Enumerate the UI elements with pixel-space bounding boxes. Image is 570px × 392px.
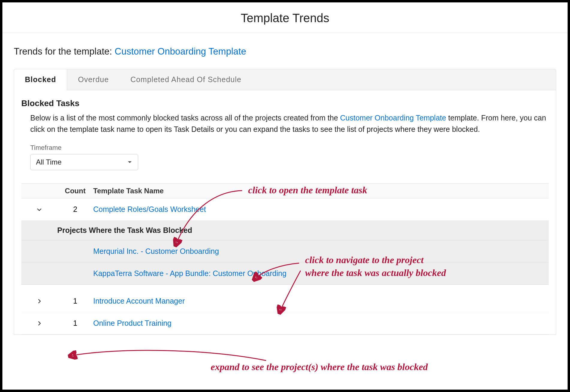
expanded-projects: Projects Where the Task Was Blocked Merq… <box>21 221 549 285</box>
projects-header-text: Projects Where the Task Was Blocked <box>57 226 549 235</box>
tab-overdue[interactable]: Overdue <box>67 69 120 90</box>
tasks-table: Count Template Task Name 2 Complete Role… <box>21 183 549 334</box>
chevron-down-icon <box>127 159 132 165</box>
timeframe-select[interactable]: All Time <box>30 154 138 170</box>
tab-blocked[interactable]: Blocked <box>14 69 67 90</box>
desc-before: Below is a list of the most commonly blo… <box>30 114 340 122</box>
expand-toggle[interactable] <box>21 298 57 304</box>
desc-template-link[interactable]: Customer Onboarding Template <box>340 114 446 122</box>
row-count: 2 <box>57 205 93 214</box>
project-row: Merqurial Inc. - Customer Onboarding <box>21 240 549 262</box>
expand-toggle[interactable] <box>21 320 57 327</box>
panel-blocked: Blocked Tasks Below is a list of the mos… <box>14 90 556 335</box>
project-row: KappaTerra Software - App Bundle: Custom… <box>21 262 549 284</box>
col-count: Count <box>57 187 93 195</box>
task-link[interactable]: Online Product Training <box>93 319 549 328</box>
tab-completed-ahead[interactable]: Completed Ahead Of Schedule <box>120 69 252 90</box>
task-link[interactable]: Introduce Account Manager <box>93 297 549 305</box>
section-description: Below is a list of the most commonly blo… <box>21 111 549 135</box>
row-count: 1 <box>57 297 93 305</box>
chevron-right-icon <box>36 320 43 327</box>
row-count: 1 <box>57 319 93 328</box>
page-title: Template Trends <box>2 2 568 33</box>
timeframe-value: All Time <box>36 158 61 166</box>
project-link[interactable]: KappaTerra Software - App Bundle: Custom… <box>93 269 549 278</box>
table-row: 2 Complete Roles/Goals Worksheet <box>21 198 549 221</box>
chevron-right-icon <box>36 298 43 304</box>
chevron-down-icon <box>36 206 43 213</box>
table-header: Count Template Task Name <box>21 184 549 198</box>
timeframe-label: Timeframe <box>21 135 549 154</box>
project-link[interactable]: Merqurial Inc. - Customer Onboarding <box>93 247 549 256</box>
breadcrumb: Trends for the template: Customer Onboar… <box>2 33 568 57</box>
table-row: 1 Introduce Account Manager <box>21 285 549 312</box>
tabs: Blocked Overdue Completed Ahead Of Sched… <box>14 69 556 90</box>
collapse-toggle[interactable] <box>21 206 57 213</box>
projects-header: Projects Where the Task Was Blocked <box>21 226 549 240</box>
annotation-text: expand to see the project(s) where the t… <box>211 361 428 373</box>
section-title: Blocked Tasks <box>21 96 549 111</box>
task-link[interactable]: Complete Roles/Goals Worksheet <box>93 205 549 214</box>
col-task-name: Template Task Name <box>93 187 549 195</box>
trends-prefix: Trends for the template: <box>14 46 115 57</box>
template-link[interactable]: Customer Onboarding Template <box>115 46 246 57</box>
table-row: 1 Online Product Training <box>21 312 549 334</box>
